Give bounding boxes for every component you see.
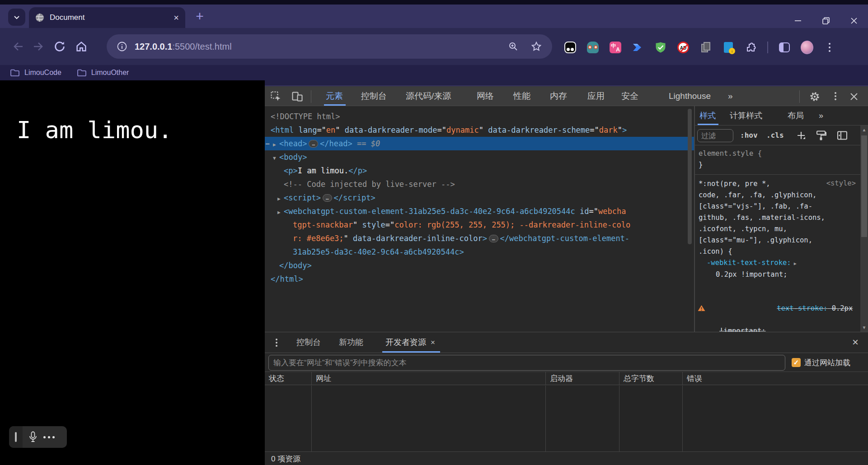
dom-node-line[interactable]: ▶<webchatgpt-custom-element-31ab25e5-da3… [265,205,694,218]
inspect-element-icon[interactable] [270,91,282,102]
new-style-rule-icon[interactable] [795,130,807,141]
pseudo-state-button[interactable]: :hov [740,130,758,141]
dom-node-line[interactable]: <p>I am limou.</p> [265,164,694,177]
address-bar[interactable]: 127.0.0.1:5500/test.html [107,34,552,59]
extension-clipboard-icon[interactable] [699,41,712,54]
new-tab-button[interactable]: + [192,8,208,24]
css-property-invalid[interactable]: text-stroke: 0.2px [695,280,860,326]
dom-node-line[interactable]: <!DOCTYPE html> [265,110,694,123]
tab-memory[interactable]: 内存 [550,87,567,106]
dom-scrollbar-thumb[interactable] [688,109,692,244]
reload-button[interactable] [53,40,66,53]
browser-menu-icon[interactable] [823,41,836,54]
scroll-up-icon[interactable]: ▲ [860,127,868,132]
zoom-icon[interactable] [508,41,519,52]
resources-search-input[interactable] [268,355,785,371]
back-button[interactable] [11,40,25,53]
text-cursor-section[interactable] [9,426,23,448]
dom-node-line[interactable]: <!-- Code injected by live-server --> [265,177,694,191]
css-property-value[interactable]: 0.2px !important; [695,269,860,280]
dom-node-line[interactable]: </html> [265,272,694,286]
device-toolbar-icon[interactable] [291,91,303,102]
column-total-bytes[interactable]: 总字节数 [619,372,683,385]
extension-darkreader-icon[interactable] [586,41,599,54]
home-button[interactable] [75,40,88,53]
element-style-close[interactable]: } [695,159,860,171]
extension-adguard-icon[interactable] [654,41,667,54]
load-through-website-checkbox[interactable]: ✓ [792,358,801,367]
tab-layout[interactable]: 布局 [788,106,804,125]
class-toggle-button[interactable]: .cls [766,130,784,141]
scrollbar-thumb[interactable] [861,135,867,237]
extension-download-doc-icon[interactable]: ↓ [722,41,735,54]
rendering-brush-icon[interactable] [815,130,827,141]
dom-node-line[interactable]: ▶<script>…</script> [265,191,694,205]
node-adorner-icon[interactable]: ⋯ [266,137,269,150]
voice-typing-widget[interactable] [9,426,67,448]
tab-console[interactable]: 控制台 [361,87,387,106]
tab-lighthouse[interactable]: Lighthouse [669,87,711,106]
extension-translate-icon[interactable]: 中A [609,41,622,54]
collapsed-content-icon[interactable]: … [489,235,498,242]
tab-network[interactable]: 网络 [477,87,494,106]
more-tabs-icon[interactable]: » [819,106,823,125]
dom-node-line[interactable]: </body> [265,259,694,272]
bookmark-star-icon[interactable] [530,41,542,52]
styles-filter-input[interactable] [697,129,733,142]
dom-node-line[interactable]: ⋯▶<head>…</head> == $0 [265,137,694,150]
dom-node-line[interactable]: r: #e8e6e3;" data-darkreader-inline-colo… [265,232,694,245]
side-panel-icon[interactable] [778,41,791,54]
css-rule[interactable]: <style> *:not(pre, pre *,code, .far, .fa… [695,178,860,332]
expand-property-icon[interactable]: ▶ [794,261,797,266]
sidebar-toggle-icon[interactable] [836,130,848,141]
drawer-tab-console[interactable]: 控制台 [296,332,321,353]
tab-performance[interactable]: 性能 [513,87,530,106]
column-url[interactable]: 网址 [312,372,546,385]
column-initiator[interactable]: 启动器 [546,372,619,385]
bookmark-folder-limoucode[interactable]: LimouCode [10,69,61,77]
scroll-down-icon[interactable]: ▼ [860,325,868,330]
tab-computed[interactable]: 计算样式 [730,106,762,125]
tab-sources[interactable]: 源代码/来源 [406,87,451,106]
tab-application[interactable]: 应用 [587,87,605,106]
devtools-menu-icon[interactable] [830,91,842,103]
extension-robot-icon[interactable] [564,41,577,54]
tab-security[interactable]: 安全 [621,87,638,106]
extension-power-automate-icon[interactable] [632,41,644,54]
column-status[interactable]: 状态 [265,372,312,385]
browser-tab[interactable]: Document × [29,7,185,28]
disclosure-arrow-icon[interactable]: ▼ [273,152,279,165]
drawer-menu-icon[interactable] [272,338,281,348]
drawer-tab-developer-resources[interactable]: 开发者资源× [385,332,435,353]
tab-elements[interactable]: 元素 [326,87,343,106]
extensions-puzzle-icon[interactable] [745,41,757,54]
dom-node-line[interactable]: 31ab25e5-da3c-40e2-9c64-a6cb4920544c> [265,245,694,259]
collapsed-content-icon[interactable]: … [323,194,332,202]
bookmark-folder-limouother[interactable]: LimouOther [77,69,129,77]
profile-avatar[interactable] [801,41,813,54]
column-error[interactable]: 错误 [683,372,868,385]
more-options-icon[interactable] [43,436,55,438]
tab-styles[interactable]: 样式 [699,106,716,125]
site-info-icon[interactable] [117,41,127,52]
collapsed-content-icon[interactable]: … [309,140,318,148]
more-tabs-icon[interactable]: » [728,87,733,106]
dom-node-line[interactable]: tgpt-snackbar" style="color: rgb(255, 25… [265,218,694,232]
dom-node-line[interactable]: ▼<body> [265,150,694,164]
drawer-close-icon[interactable]: × [849,336,862,349]
disclosure-arrow-icon[interactable]: ▶ [277,206,284,219]
extension-adblock-icon[interactable]: AD [677,41,690,54]
forward-button[interactable] [32,40,45,53]
dom-node-line[interactable]: <html lang="en" data-darkreader-mode="dy… [265,123,694,137]
tab-search-button[interactable] [8,9,25,26]
css-property[interactable]: -webkit-text-stroke:▶ [695,257,860,269]
element-style-rule[interactable]: element.style { [695,148,860,159]
disclosure-arrow-icon[interactable]: ▶ [273,138,279,152]
styles-scrollbar[interactable]: ▲ ▼ [860,126,868,332]
drawer-tab-whats-new[interactable]: 新功能 [339,332,363,353]
disclosure-arrow-icon[interactable]: ▶ [277,192,284,206]
devtools-close-icon[interactable] [848,91,860,102]
drawer-tab-close-icon[interactable]: × [431,338,435,347]
settings-gear-icon[interactable] [809,91,821,102]
tab-close-icon[interactable]: × [174,13,179,22]
